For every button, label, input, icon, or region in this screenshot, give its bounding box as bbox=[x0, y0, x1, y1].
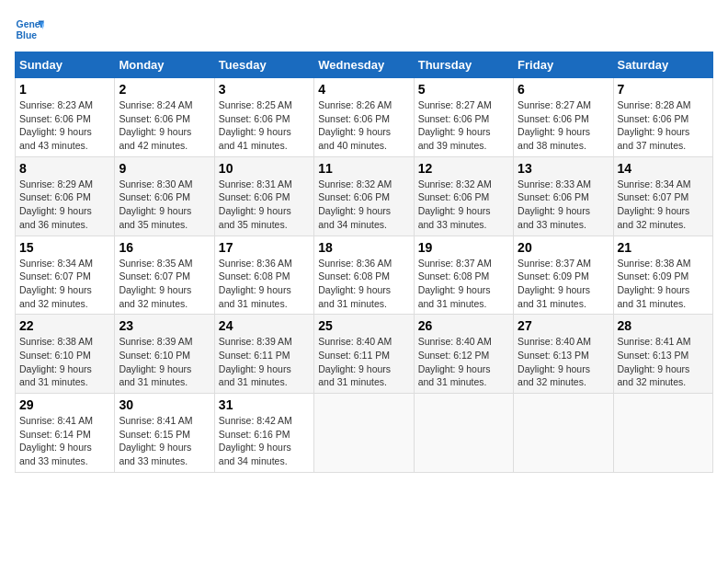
day-cell: 4Sunrise: 8:26 AM Sunset: 6:06 PM Daylig… bbox=[314, 78, 414, 157]
day-cell: 8Sunrise: 8:29 AM Sunset: 6:06 PM Daylig… bbox=[16, 156, 115, 236]
day-number: 3 bbox=[219, 82, 310, 97]
day-cell: 26Sunrise: 8:40 AM Sunset: 6:12 PM Dayli… bbox=[414, 315, 513, 394]
day-cell: 30Sunrise: 8:41 AM Sunset: 6:15 PM Dayli… bbox=[115, 394, 214, 473]
day-number: 2 bbox=[119, 82, 210, 97]
calendar-table: SundayMondayTuesdayWednesdayThursdayFrid… bbox=[15, 52, 713, 473]
day-number: 18 bbox=[318, 240, 409, 255]
day-number: 29 bbox=[19, 397, 110, 412]
week-row-2: 8Sunrise: 8:29 AM Sunset: 6:06 PM Daylig… bbox=[16, 156, 713, 236]
logo: General Blue bbox=[15, 15, 48, 44]
day-number: 4 bbox=[318, 82, 409, 97]
day-number: 11 bbox=[318, 161, 409, 176]
day-info: Sunrise: 8:33 AM Sunset: 6:06 PM Dayligh… bbox=[518, 178, 609, 232]
day-info: Sunrise: 8:26 AM Sunset: 6:06 PM Dayligh… bbox=[318, 98, 409, 153]
day-number: 13 bbox=[518, 161, 609, 176]
day-cell: 29Sunrise: 8:41 AM Sunset: 6:14 PM Dayli… bbox=[16, 394, 115, 473]
day-info: Sunrise: 8:28 AM Sunset: 6:06 PM Dayligh… bbox=[618, 98, 709, 153]
day-number: 12 bbox=[418, 161, 509, 176]
header-friday: Friday bbox=[514, 52, 613, 78]
day-cell: 2Sunrise: 8:24 AM Sunset: 6:06 PM Daylig… bbox=[115, 78, 214, 157]
day-cell: 15Sunrise: 8:34 AM Sunset: 6:07 PM Dayli… bbox=[16, 236, 115, 315]
day-info: Sunrise: 8:41 AM Sunset: 6:15 PM Dayligh… bbox=[119, 414, 210, 468]
day-info: Sunrise: 8:32 AM Sunset: 6:06 PM Dayligh… bbox=[418, 178, 509, 232]
day-cell: 6Sunrise: 8:27 AM Sunset: 6:06 PM Daylig… bbox=[514, 78, 613, 157]
day-number: 23 bbox=[119, 318, 210, 333]
day-info: Sunrise: 8:40 AM Sunset: 6:11 PM Dayligh… bbox=[318, 335, 409, 389]
day-number: 6 bbox=[518, 82, 609, 97]
day-info: Sunrise: 8:37 AM Sunset: 6:08 PM Dayligh… bbox=[418, 257, 509, 311]
day-cell: 27Sunrise: 8:40 AM Sunset: 6:13 PM Dayli… bbox=[514, 315, 613, 394]
day-cell: 10Sunrise: 8:31 AM Sunset: 6:06 PM Dayli… bbox=[214, 156, 313, 236]
day-info: Sunrise: 8:24 AM Sunset: 6:06 PM Dayligh… bbox=[119, 98, 210, 153]
day-number: 8 bbox=[19, 161, 110, 176]
day-info: Sunrise: 8:41 AM Sunset: 6:14 PM Dayligh… bbox=[19, 414, 110, 468]
day-number: 22 bbox=[19, 318, 110, 333]
day-info: Sunrise: 8:41 AM Sunset: 6:13 PM Dayligh… bbox=[618, 335, 709, 389]
day-info: Sunrise: 8:34 AM Sunset: 6:07 PM Dayligh… bbox=[618, 178, 709, 232]
day-cell: 18Sunrise: 8:36 AM Sunset: 6:08 PM Dayli… bbox=[314, 236, 414, 315]
day-info: Sunrise: 8:40 AM Sunset: 6:12 PM Dayligh… bbox=[418, 335, 509, 389]
day-number: 9 bbox=[119, 161, 210, 176]
day-info: Sunrise: 8:31 AM Sunset: 6:06 PM Dayligh… bbox=[219, 178, 310, 232]
day-number: 16 bbox=[119, 240, 210, 255]
logo-icon: General Blue bbox=[15, 15, 44, 44]
day-number: 28 bbox=[618, 318, 709, 333]
day-number: 7 bbox=[618, 82, 709, 97]
day-info: Sunrise: 8:23 AM Sunset: 6:06 PM Dayligh… bbox=[19, 98, 110, 153]
day-cell: 28Sunrise: 8:41 AM Sunset: 6:13 PM Dayli… bbox=[613, 315, 712, 394]
day-info: Sunrise: 8:36 AM Sunset: 6:08 PM Dayligh… bbox=[318, 257, 409, 311]
day-number: 27 bbox=[518, 318, 609, 333]
day-cell: 25Sunrise: 8:40 AM Sunset: 6:11 PM Dayli… bbox=[314, 315, 414, 394]
header-sunday: Sunday bbox=[16, 52, 115, 78]
day-number: 17 bbox=[219, 240, 310, 255]
week-row-1: 1Sunrise: 8:23 AM Sunset: 6:06 PM Daylig… bbox=[16, 78, 713, 157]
day-info: Sunrise: 8:35 AM Sunset: 6:07 PM Dayligh… bbox=[119, 257, 210, 311]
day-number: 21 bbox=[618, 240, 709, 255]
day-number: 1 bbox=[19, 82, 110, 97]
day-cell: 12Sunrise: 8:32 AM Sunset: 6:06 PM Dayli… bbox=[414, 156, 513, 236]
day-info: Sunrise: 8:39 AM Sunset: 6:10 PM Dayligh… bbox=[119, 335, 210, 389]
header-monday: Monday bbox=[115, 52, 214, 78]
day-cell: 20Sunrise: 8:37 AM Sunset: 6:09 PM Dayli… bbox=[514, 236, 613, 315]
day-number: 15 bbox=[19, 240, 110, 255]
header-saturday: Saturday bbox=[613, 52, 712, 78]
day-info: Sunrise: 8:40 AM Sunset: 6:13 PM Dayligh… bbox=[518, 335, 609, 389]
header-wednesday: Wednesday bbox=[314, 52, 414, 78]
day-number: 30 bbox=[119, 397, 210, 412]
day-cell: 21Sunrise: 8:38 AM Sunset: 6:09 PM Dayli… bbox=[613, 236, 712, 315]
header-tuesday: Tuesday bbox=[214, 52, 313, 78]
day-info: Sunrise: 8:36 AM Sunset: 6:08 PM Dayligh… bbox=[219, 257, 310, 311]
day-cell: 16Sunrise: 8:35 AM Sunset: 6:07 PM Dayli… bbox=[115, 236, 214, 315]
day-info: Sunrise: 8:25 AM Sunset: 6:06 PM Dayligh… bbox=[219, 98, 310, 153]
week-row-5: 29Sunrise: 8:41 AM Sunset: 6:14 PM Dayli… bbox=[16, 394, 713, 473]
day-cell bbox=[613, 394, 712, 473]
day-cell: 3Sunrise: 8:25 AM Sunset: 6:06 PM Daylig… bbox=[214, 78, 313, 157]
day-number: 10 bbox=[219, 161, 310, 176]
header-thursday: Thursday bbox=[414, 52, 513, 78]
day-cell bbox=[314, 394, 414, 473]
day-info: Sunrise: 8:29 AM Sunset: 6:06 PM Dayligh… bbox=[19, 178, 110, 232]
day-info: Sunrise: 8:38 AM Sunset: 6:09 PM Dayligh… bbox=[618, 257, 709, 311]
day-info: Sunrise: 8:42 AM Sunset: 6:16 PM Dayligh… bbox=[219, 414, 310, 468]
day-number: 5 bbox=[418, 82, 509, 97]
week-row-3: 15Sunrise: 8:34 AM Sunset: 6:07 PM Dayli… bbox=[16, 236, 713, 315]
day-number: 19 bbox=[418, 240, 509, 255]
week-row-4: 22Sunrise: 8:38 AM Sunset: 6:10 PM Dayli… bbox=[16, 315, 713, 394]
day-info: Sunrise: 8:39 AM Sunset: 6:11 PM Dayligh… bbox=[219, 335, 310, 389]
day-cell: 24Sunrise: 8:39 AM Sunset: 6:11 PM Dayli… bbox=[214, 315, 313, 394]
day-cell: 9Sunrise: 8:30 AM Sunset: 6:06 PM Daylig… bbox=[115, 156, 214, 236]
day-cell: 14Sunrise: 8:34 AM Sunset: 6:07 PM Dayli… bbox=[613, 156, 712, 236]
day-cell: 13Sunrise: 8:33 AM Sunset: 6:06 PM Dayli… bbox=[514, 156, 613, 236]
day-cell: 17Sunrise: 8:36 AM Sunset: 6:08 PM Dayli… bbox=[214, 236, 313, 315]
day-cell: 11Sunrise: 8:32 AM Sunset: 6:06 PM Dayli… bbox=[314, 156, 414, 236]
day-info: Sunrise: 8:32 AM Sunset: 6:06 PM Dayligh… bbox=[318, 178, 409, 232]
day-cell: 1Sunrise: 8:23 AM Sunset: 6:06 PM Daylig… bbox=[16, 78, 115, 157]
day-number: 14 bbox=[618, 161, 709, 176]
day-info: Sunrise: 8:34 AM Sunset: 6:07 PM Dayligh… bbox=[19, 257, 110, 311]
day-cell: 31Sunrise: 8:42 AM Sunset: 6:16 PM Dayli… bbox=[214, 394, 313, 473]
day-cell: 5Sunrise: 8:27 AM Sunset: 6:06 PM Daylig… bbox=[414, 78, 513, 157]
day-info: Sunrise: 8:27 AM Sunset: 6:06 PM Dayligh… bbox=[418, 98, 509, 153]
day-cell bbox=[414, 394, 513, 473]
day-number: 24 bbox=[219, 318, 310, 333]
day-info: Sunrise: 8:37 AM Sunset: 6:09 PM Dayligh… bbox=[518, 257, 609, 311]
